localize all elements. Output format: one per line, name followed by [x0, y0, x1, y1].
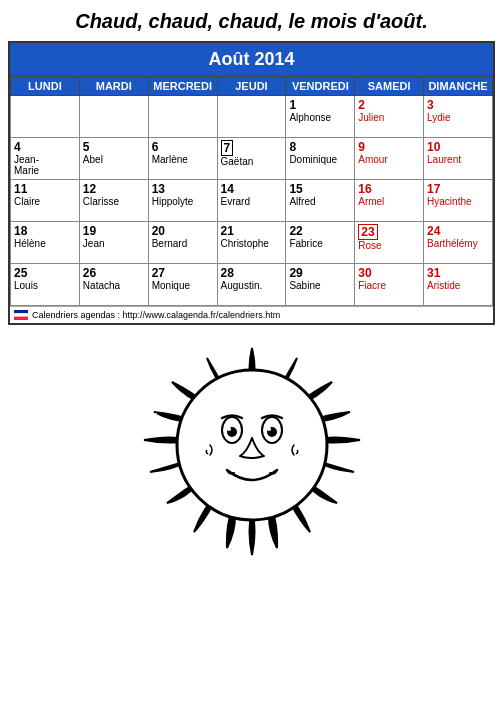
calendar-cell: 22Fabrice	[286, 222, 355, 264]
cell-day-number: 14	[221, 182, 283, 196]
calendar-cell: 29Sabine	[286, 264, 355, 306]
cell-saint-name: Amour	[358, 154, 420, 165]
calendar-cell: 1Alphonse	[286, 96, 355, 138]
calendar-cell: 17Hyacinthe	[424, 180, 493, 222]
calendar-cell: 28Augustin.	[217, 264, 286, 306]
day-header: MERCREDI	[148, 77, 217, 96]
cell-day-number: 4	[14, 140, 76, 154]
cell-day-number: 19	[83, 224, 145, 238]
calendar-cell	[217, 96, 286, 138]
cell-day-number: 21	[221, 224, 283, 238]
calendar-cell: 19Jean	[79, 222, 148, 264]
calendar-week-row: 18Hélène19Jean20Bernard21Christophe22Fab…	[11, 222, 493, 264]
cell-day-number: 23	[358, 224, 420, 240]
cell-day-number: 1	[289, 98, 351, 112]
calendar-cell: 4Jean-Marie	[11, 138, 80, 180]
calendar-cell: 16Armel	[355, 180, 424, 222]
cell-day-number: 15	[289, 182, 351, 196]
calendar-cell: 18Hélène	[11, 222, 80, 264]
calendar-cell: 24Barthélémy	[424, 222, 493, 264]
cell-saint-name: Claire	[14, 196, 76, 207]
cell-saint-name: Jean	[83, 238, 145, 249]
calendar-cell: 14Evrard	[217, 180, 286, 222]
calendar-cell: 3Lydie	[424, 96, 493, 138]
cell-day-number: 26	[83, 266, 145, 280]
cell-day-number: 9	[358, 140, 420, 154]
cell-saint-name: Fabrice	[289, 238, 351, 249]
calendar-header-row: LUNDIMARDIMERCREDIJEUDIVENDREDISAMEDIDIM…	[11, 77, 493, 96]
cell-saint-name: Aristide	[427, 280, 489, 291]
svg-point-3	[177, 370, 327, 520]
calendar-cell	[148, 96, 217, 138]
cell-saint-name: Monique	[152, 280, 214, 291]
cell-saint-name: Sabine	[289, 280, 351, 291]
page-title: Chaud, chaud, chaud, le mois d'août.	[0, 0, 503, 41]
cell-day-number: 2	[358, 98, 420, 112]
calendar-cell: 7Gaëtan	[217, 138, 286, 180]
cell-day-number: 16	[358, 182, 420, 196]
calendar-cell: 12Clarisse	[79, 180, 148, 222]
cell-saint-name: Gaëtan	[221, 156, 283, 167]
calendar-cell: 25Louis	[11, 264, 80, 306]
cell-saint-name: Alphonse	[289, 112, 351, 123]
calendar-cell	[79, 96, 148, 138]
day-header: SAMEDI	[355, 77, 424, 96]
cell-day-number: 5	[83, 140, 145, 154]
cell-saint-name: Hélène	[14, 238, 76, 249]
cell-saint-name: Fiacre	[358, 280, 420, 291]
cell-saint-name: Clarisse	[83, 196, 145, 207]
cell-day-number: 29	[289, 266, 351, 280]
cell-saint-name: Barthélémy	[427, 238, 489, 249]
calendar-week-row: 11Claire12Clarisse13Hippolyte14Evrard15A…	[11, 180, 493, 222]
day-header: MARDI	[79, 77, 148, 96]
svg-rect-1	[14, 313, 28, 316]
calendar-cell: 26Natacha	[79, 264, 148, 306]
cell-saint-name: Hippolyte	[152, 196, 214, 207]
calendar-week-row: 4Jean-Marie5Abel6Marlène7Gaëtan8Dominiqu…	[11, 138, 493, 180]
calendar-cell: 2Julien	[355, 96, 424, 138]
calendar-footer: Calendriers agendas : http://www.calagen…	[10, 306, 493, 323]
calendar-cell: 21Christophe	[217, 222, 286, 264]
cell-saint-name: Abel	[83, 154, 145, 165]
cell-day-number: 30	[358, 266, 420, 280]
cell-day-number: 20	[152, 224, 214, 238]
cell-day-number: 25	[14, 266, 76, 280]
cell-saint-name: Jean-Marie	[14, 154, 76, 176]
calendar-table: LUNDIMARDIMERCREDIJEUDIVENDREDISAMEDIDIM…	[10, 76, 493, 306]
cell-day-number: 31	[427, 266, 489, 280]
cell-day-number: 11	[14, 182, 76, 196]
cell-day-number: 7	[221, 140, 283, 156]
cell-saint-name: Christophe	[221, 238, 283, 249]
calendar-cell: 6Marlène	[148, 138, 217, 180]
cell-day-number: 27	[152, 266, 214, 280]
cell-day-number: 10	[427, 140, 489, 154]
cell-saint-name: Bernard	[152, 238, 214, 249]
cell-saint-name: Hyacinthe	[427, 196, 489, 207]
cell-saint-name: Louis	[14, 280, 76, 291]
cell-day-number: 24	[427, 224, 489, 238]
day-header: LUNDI	[11, 77, 80, 96]
sun-illustration	[92, 340, 412, 660]
cell-day-number: 22	[289, 224, 351, 238]
calendar-week-row: 1Alphonse2Julien3Lydie	[11, 96, 493, 138]
cell-saint-name: Marlène	[152, 154, 214, 165]
day-header: VENDREDI	[286, 77, 355, 96]
cell-saint-name: Natacha	[83, 280, 145, 291]
cell-saint-name: Alfred	[289, 196, 351, 207]
cell-saint-name: Rose	[358, 240, 420, 251]
cell-saint-name: Dominique	[289, 154, 351, 165]
cell-saint-name: Julien	[358, 112, 420, 123]
day-header: DIMANCHE	[424, 77, 493, 96]
svg-rect-0	[14, 310, 28, 313]
cell-day-number: 12	[83, 182, 145, 196]
calendar-cell: 5Abel	[79, 138, 148, 180]
cell-day-number: 6	[152, 140, 214, 154]
cell-saint-name: Augustin.	[221, 280, 283, 291]
footer-text: Calendriers agendas : http://www.calagen…	[32, 310, 280, 320]
svg-rect-2	[14, 317, 28, 320]
cell-day-number: 8	[289, 140, 351, 154]
calendar-cell: 11Claire	[11, 180, 80, 222]
calendar-cell: 20Bernard	[148, 222, 217, 264]
calendar-week-row: 25Louis26Natacha27Monique28Augustin.29Sa…	[11, 264, 493, 306]
calendar-cell: 27Monique	[148, 264, 217, 306]
